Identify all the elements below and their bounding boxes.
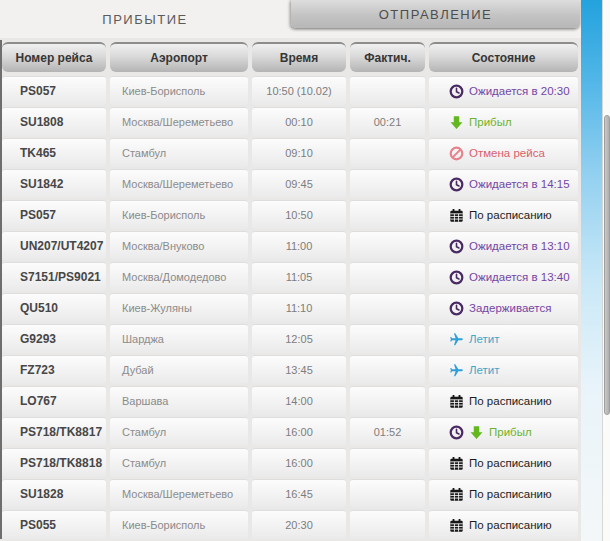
status-text: Летит [469,333,500,345]
table-row: PS057Киев-Борисполь10:50 (10.02)Ожидаетс… [2,76,578,105]
table-row: G9293Шарджа12:05Летит [2,324,578,353]
airport-cell: Киев-Борисполь [110,76,248,105]
status-cell: Отмена рейса [429,138,578,167]
actual-time-cell [350,324,425,353]
actual-time-cell [350,200,425,229]
airport-cell: Киев-Борисполь [110,510,248,539]
status-text: По расписанию [469,209,552,221]
flight-number-cell: PS718/TK8817 [2,417,106,446]
flight-number-cell: PS057 [2,76,106,105]
status-text: Ожидается в 14:15 [469,178,570,190]
status-cell: По расписанию [429,510,578,539]
actual-time-cell: 00:21 [350,107,425,136]
clock-icon [449,177,464,192]
column-header-airport[interactable]: Аэропорт [110,42,248,72]
flight-number-cell: PS718/TK8818 [2,448,106,477]
table-row: SU1828Москва/Шереметьево16:45По расписан… [2,479,578,508]
plane-icon [449,332,464,347]
flight-number-cell: LO767 [2,386,106,415]
calendar-icon [449,518,464,533]
flight-number-cell: PS055 [2,510,106,539]
tab-bar: ПРИБЫТИЕ ОТПРАВЛЕНИЕ [0,0,581,38]
status-cell: Ожидается в 14:15 [429,169,578,198]
time-cell: 09:10 [252,138,346,167]
actual-time-cell [350,262,425,291]
table-row: PS718/TK8818Стамбул16:00По расписанию [2,448,578,477]
arrow-down-icon [469,425,484,440]
table-body: PS057Киев-Борисполь10:50 (10.02)Ожидаетс… [2,76,578,539]
column-header-status[interactable]: Состояние [429,42,578,72]
airport-cell: Москва/Шереметьево [110,479,248,508]
table-row: QU510Киев-Жуляны11:10Задерживается [2,293,578,322]
flight-number-cell: UN207/UT4207 [2,231,106,260]
tab-departures[interactable]: ОТПРАВЛЕНИЕ [291,0,580,28]
status-cell: Прибыл [429,107,578,136]
status-text: Летит [469,364,500,376]
time-cell: 12:05 [252,324,346,353]
airport-cell: Варшава [110,386,248,415]
flight-number-cell: FZ723 [2,355,106,384]
table-row: PS055Киев-Борисполь20:30По расписанию [2,510,578,539]
airport-cell: Стамбул [110,138,248,167]
status-text: По расписанию [469,488,552,500]
status-text: Прибыл [469,116,512,128]
status-cell: Ожидается в 13:40 [429,262,578,291]
actual-time-cell [350,76,425,105]
calendar-icon [449,208,464,223]
time-cell: 16:00 [252,448,346,477]
status-text: Прибыл [489,426,532,438]
actual-time-cell [350,386,425,415]
flight-number-cell: QU510 [2,293,106,322]
column-header-actual[interactable]: Фактич. [350,42,425,72]
table-header: Номер рейса Аэропорт Время Фактич. Состо… [2,42,578,72]
arrow-down-icon [449,115,464,130]
status-cell: Прибыл [429,417,578,446]
actual-time-cell [350,355,425,384]
status-cell: Ожидается в 13:10 [429,231,578,260]
status-text: По расписанию [469,457,552,469]
time-cell: 16:00 [252,417,346,446]
flight-number-cell: TK465 [2,138,106,167]
time-cell: 10:50 [252,200,346,229]
calendar-icon [449,456,464,471]
time-cell: 00:10 [252,107,346,136]
scrollbar-thumb[interactable] [604,115,610,415]
time-cell: 13:45 [252,355,346,384]
tab-arrivals[interactable]: ПРИБЫТИЕ [0,0,290,38]
airport-cell: Москва/Домодедово [110,262,248,291]
airport-cell: Москва/Шереметьево [110,107,248,136]
calendar-icon [449,394,464,409]
column-header-time[interactable]: Время [252,42,346,72]
status-text: По расписанию [469,519,552,531]
time-cell: 11:10 [252,293,346,322]
actual-time-cell [350,169,425,198]
time-cell: 14:00 [252,386,346,415]
calendar-icon [449,487,464,502]
status-cell: Ожидается в 20:30 [429,76,578,105]
table-row: FZ723Дубай13:45Летит [2,355,578,384]
status-cell: По расписанию [429,479,578,508]
status-cell: По расписанию [429,448,578,477]
status-cell: Летит [429,324,578,353]
status-text: Ожидается в 13:10 [469,240,570,252]
table-row: PS057Киев-Борисполь10:50По расписанию [2,200,578,229]
actual-time-cell [350,138,425,167]
time-cell: 16:45 [252,479,346,508]
plane-icon [449,363,464,378]
time-cell: 11:05 [252,262,346,291]
flight-number-cell: PS057 [2,200,106,229]
flight-number-cell: SU1842 [2,169,106,198]
status-cell: Летит [429,355,578,384]
actual-time-cell: 01:52 [350,417,425,446]
column-header-flight-number[interactable]: Номер рейса [2,42,106,72]
actual-time-cell [350,448,425,477]
clock-icon [449,239,464,254]
table-row: SU1808Москва/Шереметьево00:1000:21Прибыл [2,107,578,136]
flight-number-cell: G9293 [2,324,106,353]
table-row: SU1842Москва/Шереметьево09:45Ожидается в… [2,169,578,198]
status-text: Ожидается в 20:30 [469,85,570,97]
airport-cell: Москва/Внуково [110,231,248,260]
clock-icon [449,425,464,440]
actual-time-cell [350,479,425,508]
scrollbar-track[interactable] [602,0,610,541]
